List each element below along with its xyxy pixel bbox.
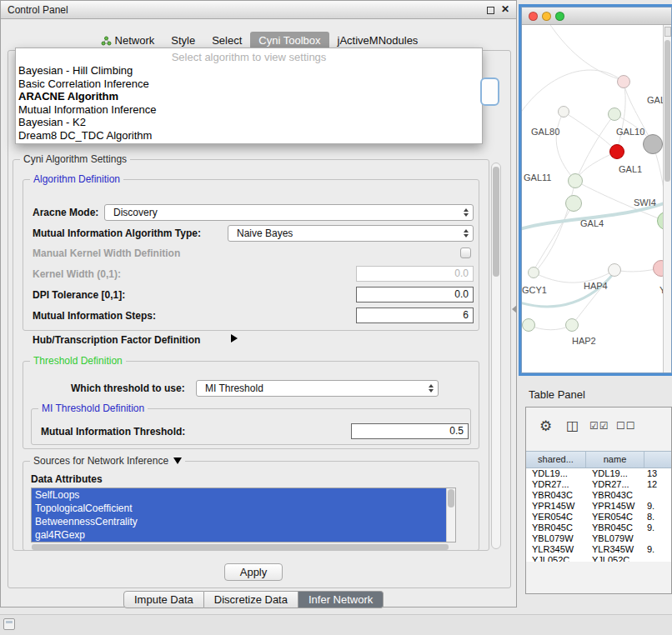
which-threshold-combo[interactable]: MI Threshold — [196, 380, 439, 397]
column-header-2[interactable] — [644, 452, 671, 468]
table-row[interactable]: YDL19...YDL19...13 — [526, 468, 671, 479]
table-row[interactable]: YBR045CYBR045C9. — [526, 522, 671, 533]
attribute-item-gal4rgexp[interactable]: gal4RGexp — [32, 528, 455, 542]
deselect-all-icon[interactable]: ☐☐ — [616, 420, 636, 432]
table-row[interactable]: YBR043CYBR043C — [526, 490, 671, 501]
mi-steps-field[interactable]: 6 — [356, 308, 474, 323]
algorithm-option-bayesian-hill-climbing[interactable]: Bayesian - Hill Climbing — [16, 64, 482, 78]
table-row[interactable]: YBL079WYBL079W — [526, 533, 671, 544]
algorithm-option-dream8-dc-tdc-algorithm[interactable]: Dream8 DC_TDC Algorithm — [16, 129, 482, 142]
table-row[interactable]: YJL052CYJL052C — [526, 555, 671, 562]
aracne-mode-combo[interactable]: Discovery — [104, 204, 474, 221]
apply-button[interactable]: Apply — [224, 563, 283, 581]
cell: YBR043C — [526, 490, 586, 501]
table-toolbar: ⚙ ◫ ☑☑ ☐☐ — [526, 408, 671, 449]
window-zoom-button[interactable] — [555, 12, 564, 21]
table-row[interactable]: YDR27...YDR27...12 — [526, 479, 671, 490]
network-window-titlebar[interactable] — [522, 8, 671, 25]
close-icon[interactable]: ✕ — [501, 3, 509, 15]
algorithm-option-bayesian-k2[interactable]: Bayesian - K2 — [16, 116, 482, 129]
bottom-tab-discretize-data[interactable]: Discretize Data — [204, 591, 298, 608]
cell: YBR045C — [586, 522, 644, 533]
cell: 9. — [644, 522, 671, 533]
manual-kernel-width-checkbox[interactable] — [460, 248, 471, 258]
group-title: Sources for Network Inference — [30, 455, 185, 467]
group-title: Algorithm Definition — [30, 173, 123, 185]
kernel-width-label: Kernel Width (0,1): — [33, 268, 121, 280]
float-window-icon[interactable] — [487, 7, 494, 14]
network-node[interactable] — [643, 134, 663, 154]
gear-icon[interactable]: ⚙ — [539, 418, 552, 435]
network-node[interactable] — [617, 75, 630, 88]
scrollbar-thumb[interactable] — [448, 489, 454, 508]
algorithm-option-basic-correlation-inference[interactable]: Basic Correlation Inference — [16, 78, 482, 91]
network-node[interactable] — [565, 318, 579, 332]
combo-value: Discovery — [113, 207, 158, 218]
dpi-tolerance-field[interactable]: 0.0 — [356, 287, 474, 302]
network-node[interactable] — [609, 144, 624, 159]
window-close-button[interactable] — [529, 12, 538, 21]
cell: YPR145W — [586, 501, 644, 512]
attribute-list-scrollbar[interactable] — [446, 488, 455, 542]
combo-arrows-icon — [464, 229, 469, 238]
cell: YLR345W — [586, 544, 644, 555]
attribute-item-selfloops[interactable]: SelfLoops — [32, 488, 455, 502]
scrollbar-button[interactable] — [664, 27, 671, 37]
kernel-width-field[interactable]: 0.0 — [356, 266, 474, 282]
network-node[interactable] — [608, 108, 621, 121]
select-all-icon[interactable]: ☑☑ — [589, 420, 609, 432]
panel-toggle-icon[interactable] — [3, 618, 15, 630]
attribute-list-hscrollbar-thumb[interactable] — [32, 544, 449, 550]
network-node[interactable] — [608, 263, 621, 277]
scrollbar-thumb[interactable] — [493, 167, 499, 277]
cell: YER054C — [586, 512, 644, 522]
cell: YER054C — [526, 512, 586, 522]
scrollbar-thumb[interactable] — [664, 40, 670, 182]
node-label-gcy1: GCY1 — [522, 285, 547, 295]
cell — [644, 533, 671, 544]
bottom-tab-infer-network[interactable]: Infer Network — [298, 591, 384, 608]
table-row[interactable]: YLR345WYLR345W9. — [526, 544, 671, 555]
algorithm-option-aracne-algorithm[interactable]: ARACNE Algorithm — [16, 90, 482, 103]
algorithm-option-mutual-information-inference[interactable]: Mutual Information Inference — [16, 103, 482, 117]
tab-label: Select — [212, 34, 242, 47]
table-row[interactable]: YPR145WYPR145W9. — [526, 501, 671, 512]
dropdown-placeholder: Select algorithm to view settings — [16, 50, 482, 64]
table-rows: YDL19...YDL19...13YDR27...YDR27...12YBR0… — [526, 468, 671, 562]
combo-value: MI Threshold — [205, 382, 263, 394]
combo-arrows-icon — [464, 208, 469, 217]
network-node[interactable] — [558, 106, 569, 118]
attribute-item-betweennesscentrality[interactable]: BetweennessCentrality — [32, 515, 455, 528]
expand-right-icon[interactable] — [231, 334, 238, 342]
attribute-item-topologicalcoefficient[interactable]: TopologicalCoefficient — [32, 502, 455, 515]
window-minimize-button[interactable] — [542, 12, 551, 21]
control-panel-titlebar[interactable]: Control Panel ✕ — [1, 1, 516, 19]
sources-title[interactable]: Sources for Network Inference — [33, 455, 168, 467]
network-canvas[interactable]: GALGAL80GAL10GAL1GAL11SWI4GAL4GCY1HAP4YH… — [522, 25, 663, 372]
network-scrollbar[interactable] — [663, 25, 671, 372]
network-node[interactable] — [522, 318, 535, 332]
table-header-row: shared...name — [526, 451, 671, 468]
network-node[interactable] — [528, 267, 539, 278]
mi-threshold-field[interactable]: 0.5 — [351, 423, 469, 439]
columns-icon[interactable]: ◫ — [566, 418, 579, 433]
algorithm-dropdown-popup: Select algorithm to view settings Bayesi… — [15, 48, 483, 144]
bottom-tab-impute-data[interactable]: Impute Data — [123, 591, 204, 608]
cell: YPR145W — [526, 501, 586, 512]
network-node[interactable] — [565, 195, 582, 212]
data-attributes-list[interactable]: SelfLoopsTopologicalCoefficientBetweenne… — [31, 488, 456, 542]
collapse-down-icon[interactable] — [173, 458, 182, 464]
column-header-name[interactable]: name — [586, 452, 644, 468]
panel-splitter-handle[interactable] — [512, 305, 517, 313]
node-label-hap4: HAP4 — [584, 281, 608, 291]
settings-scrollbar[interactable] — [491, 162, 501, 549]
mi-algorithm-type-combo[interactable]: Naive Bayes — [228, 225, 474, 242]
hub-definition-label[interactable]: Hub/Transcription Factor Definition — [33, 334, 200, 346]
node-label-hap2: HAP2 — [572, 336, 596, 346]
cell: YDL19... — [526, 468, 586, 479]
column-header-shared[interactable]: shared... — [526, 452, 586, 468]
tab-label: Network — [115, 34, 155, 47]
table-row[interactable]: YER054CYER054C8. — [526, 512, 671, 522]
network-node[interactable] — [568, 173, 583, 188]
cell — [644, 555, 671, 562]
